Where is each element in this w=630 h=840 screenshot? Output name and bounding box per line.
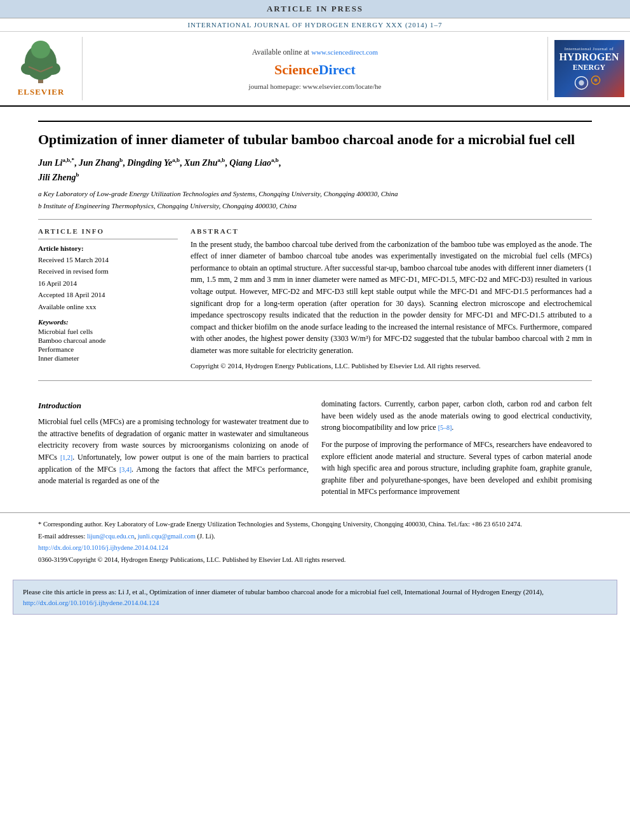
affiliation-b: b Institute of Engineering Thermophysics… — [38, 201, 592, 211]
body-col-right: dominating factors. Currently, carbon pa… — [321, 398, 592, 503]
hydrogen-logo-intl: International Journal of — [565, 46, 614, 51]
authors-line: Jun Lia,b,*, Jun Zhangb, Dingding Yea,b,… — [38, 156, 592, 185]
journal-homepage: journal homepage: www.elsevier.com/locat… — [249, 83, 382, 90]
journal-header-line: INTERNATIONAL JOURNAL OF HYDROGEN ENERGY… — [0, 18, 630, 32]
hydrogen-energy-logo: International Journal of HYDROGEN ENERGY — [554, 40, 624, 97]
footnote-area: * Corresponding author. Key Laboratory o… — [0, 512, 630, 573]
author-xun-zhu: Xun Zhu — [184, 157, 218, 167]
intro-para-2: dominating factors. Currently, carbon pa… — [321, 398, 592, 434]
citation-text-prefix: Please cite this article in press as: Li… — [23, 588, 544, 596]
available-online-text: Available online at www.sciencedirect.co… — [252, 48, 378, 57]
author-jili-zheng: Jili Zheng — [38, 172, 76, 182]
article-info-heading: ARTICLE INFO — [38, 227, 178, 235]
hydrogen-logo-hydrogen: HYDROGEN — [559, 51, 619, 63]
footnote-corresponding: * Corresponding author. Key Laboratory o… — [38, 519, 592, 530]
accepted-text: Accepted 18 April 2014 — [38, 290, 178, 300]
main-content: Optimization of inner diameter of tubula… — [0, 107, 630, 381]
keywords-section: Keywords: Microbial fuel cells Bamboo ch… — [38, 318, 178, 362]
ref-5-8[interactable]: [5–8] — [438, 424, 452, 431]
body-two-col: Introduction Microbial fuel cells (MFCs)… — [38, 398, 592, 503]
keyword-1: Microbial fuel cells — [38, 328, 178, 335]
keyword-2: Bamboo charcoal anode — [38, 337, 178, 344]
history-label: Article history: — [38, 244, 178, 252]
affiliation-a: a Key Laboratory of Low-grade Energy Uti… — [38, 189, 592, 199]
sciencedirect-url[interactable]: www.sciencedirect.com — [311, 48, 378, 56]
article-info-col: ARTICLE INFO Article history: Received 1… — [38, 227, 178, 371]
elsevier-tree-icon — [16, 40, 67, 84]
hydrogen-logo-energy: ENERGY — [573, 63, 605, 72]
abstract-heading: ABSTRACT — [191, 227, 592, 235]
introduction-title: Introduction — [38, 399, 309, 412]
body-divider-top — [38, 380, 592, 381]
top-header: ELSEVIER Available online at www.science… — [0, 32, 630, 107]
citation-doi-link[interactable]: http://dx.doi.org/10.1016/j.ijhydene.201… — [23, 599, 159, 606]
article-info-divider — [38, 239, 178, 239]
footnote-email-line: E-mail addresses: lijun@cqu.edu.cn, junl… — [38, 531, 592, 542]
ref-3-4[interactable]: [3,4] — [119, 466, 131, 473]
footnote-doi[interactable]: http://dx.doi.org/10.1016/j.ijhydene.201… — [38, 544, 168, 551]
intro-para-3: For the purpose of improving the perform… — [321, 439, 592, 498]
received-revised-text: Received in revised form — [38, 266, 178, 277]
article-info-abstract-section: ARTICLE INFO Article history: Received 1… — [38, 227, 592, 371]
header-center: Available online at www.sciencedirect.co… — [83, 37, 547, 100]
available-online-text: Available online xxx — [38, 302, 178, 312]
article-title: Optimization of inner diameter of tubula… — [38, 131, 592, 149]
author-jun-li: Jun Li — [38, 157, 63, 167]
footnote-email-label: E-mail addresses: — [38, 533, 85, 540]
citation-box: Please cite this article in press as: Li… — [13, 580, 617, 615]
footnote-doi-line: http://dx.doi.org/10.1016/j.ijhydene.201… — [38, 543, 592, 553]
sciencedirect-logo: ScienceDirect — [274, 62, 356, 78]
hydrogen-logo-area: International Journal of HYDROGEN ENERGY — [547, 37, 630, 100]
keywords-label: Keywords: — [38, 318, 178, 326]
svg-point-10 — [594, 79, 597, 82]
footnote-issn: 0360-3199/Copyright © 2014, Hydrogen Ene… — [38, 555, 592, 565]
revised-date-text: 16 April 2014 — [38, 278, 178, 289]
received-text: Received 15 March 2014 — [38, 255, 178, 265]
keyword-3: Performance — [38, 345, 178, 353]
footnote-email2[interactable]: junli.cqu@gmail.com — [138, 533, 196, 540]
intro-para-1: Microbial fuel cells (MFCs) are a promis… — [38, 416, 309, 487]
elsevier-label: ELSEVIER — [18, 87, 65, 97]
copyright-text: Copyright © 2014, Hydrogen Energy Public… — [191, 361, 592, 371]
svg-point-4 — [31, 41, 50, 58]
footnote-email1[interactable]: lijun@cqu.edu.cn — [87, 533, 134, 540]
keyword-4: Inner diameter — [38, 354, 178, 362]
body-col-left: Introduction Microbial fuel cells (MFCs)… — [38, 398, 309, 503]
elsevier-logo-area: ELSEVIER — [0, 37, 83, 100]
abstract-col: ABSTRACT In the present study, the bambo… — [191, 227, 592, 371]
title-divider-top — [38, 121, 592, 122]
footnote-email-note: (J. Li). — [198, 533, 215, 540]
article-in-press-banner: ARTICLE IN PRESS — [0, 0, 630, 18]
ref-1-2[interactable]: [1,2] — [60, 454, 72, 461]
author-dingding-ye: Dingding Ye — [127, 157, 172, 167]
body-content: Introduction Microbial fuel cells (MFCs)… — [0, 389, 630, 503]
svg-point-8 — [579, 80, 584, 85]
author-qiang-liao: Qiang Liao — [229, 157, 271, 167]
author-jun-zhang: Jun Zhang — [79, 157, 119, 167]
section-divider — [38, 219, 592, 220]
abstract-text: In the present study, the bamboo charcoa… — [191, 239, 592, 357]
